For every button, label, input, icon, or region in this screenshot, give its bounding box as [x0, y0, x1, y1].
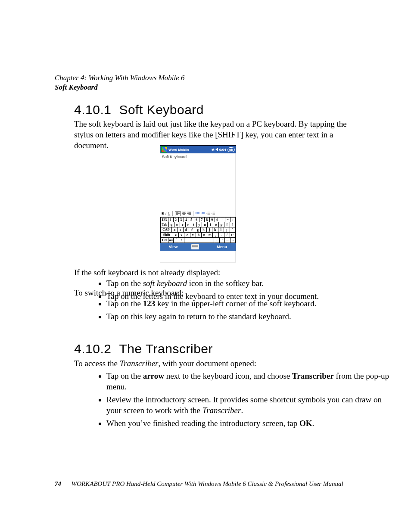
key-o[interactable]: o — [213, 222, 219, 227]
key-,[interactable]: , — [213, 233, 218, 238]
key-Shift[interactable]: Shift — [160, 233, 173, 238]
keyboard-icon[interactable] — [191, 244, 199, 249]
heading-title: The Transcriber — [119, 342, 213, 356]
key-/[interactable]: / — [224, 233, 230, 238]
list-item: When you’ve finished reading the introdu… — [106, 418, 391, 429]
heading-number: 4.10.2 — [74, 342, 111, 356]
key-p[interactable]: p — [219, 222, 224, 227]
key-y[interactable]: y — [197, 222, 202, 227]
heading-title: Soft Keyboard — [119, 103, 204, 117]
svg-text:2: 2 — [201, 212, 202, 214]
align-left-icon[interactable] — [175, 211, 181, 216]
section1-bullets-b: Tap on the 123 key in the upper-left cor… — [74, 298, 391, 324]
key-8[interactable]: 8 — [205, 217, 210, 222]
kbd-row-3: CAPasdfghjkl;' — [160, 227, 236, 233]
key-i[interactable]: i — [208, 222, 213, 227]
key-0[interactable]: 0 — [215, 217, 220, 222]
key-Tab[interactable]: Tab — [160, 222, 169, 227]
document-area[interactable] — [160, 160, 236, 210]
key-Ctl[interactable]: Ctl — [160, 238, 168, 243]
key--[interactable]: - — [220, 217, 225, 222]
heading-soft-keyboard: 4.10.1Soft Keyboard — [74, 103, 204, 117]
numbering-icon[interactable]: 12 — [201, 212, 205, 216]
key-n[interactable]: n — [202, 233, 207, 238]
softkey-view[interactable]: View — [169, 245, 177, 249]
indent-icon[interactable] — [211, 212, 215, 216]
key-123[interactable]: 123 — [160, 217, 168, 222]
align-right-icon[interactable] — [187, 212, 191, 216]
softkey-menu[interactable]: Menu — [217, 245, 227, 249]
softkey-bar: View Menu — [160, 243, 236, 251]
key-b[interactable]: b — [196, 233, 202, 238]
soft-keyboard[interactable]: 1231234567890-=← Tabqwertyuiop[] CAPasdf… — [160, 217, 236, 243]
key-z[interactable]: z — [173, 233, 179, 238]
key-↓[interactable]: ↓ — [214, 238, 219, 243]
align-center-icon[interactable] — [182, 212, 186, 216]
page: Chapter 4: Working With Windows Mobile 6… — [0, 0, 411, 532]
section-line: Soft Keyboard — [55, 83, 185, 92]
key-h[interactable]: h — [201, 227, 206, 233]
key-9[interactable]: 9 — [210, 217, 215, 222]
key-g[interactable]: g — [195, 227, 201, 233]
svg-point-0 — [196, 212, 196, 213]
volume-icon[interactable] — [215, 148, 218, 151]
key-q[interactable]: q — [169, 222, 174, 227]
key-1[interactable]: 1 — [168, 217, 174, 222]
key-4[interactable]: 4 — [184, 217, 189, 222]
key-space[interactable] — [184, 238, 214, 243]
svg-point-1 — [196, 213, 196, 214]
key-r[interactable]: r — [186, 222, 191, 227]
key-e[interactable]: e — [180, 222, 186, 227]
key-][interactable]: ] — [230, 222, 236, 227]
kbd-row-1: 1231234567890-=← — [160, 217, 236, 222]
key-j[interactable]: j — [207, 227, 212, 233]
key-s[interactable]: s — [177, 227, 183, 233]
key-←[interactable]: ← — [225, 238, 230, 243]
connectivity-icon[interactable]: ⇄ — [212, 148, 214, 152]
key-l[interactable]: l — [218, 227, 224, 233]
underline-button[interactable]: U — [168, 212, 170, 215]
format-toolbar: B I U 1 — [160, 210, 236, 217]
key-CAP[interactable]: CAP — [160, 227, 172, 233]
key-áü[interactable]: áü — [168, 238, 174, 243]
key-.[interactable]: . — [219, 233, 224, 238]
list-item: Tap on the 123 key in the upper-left cor… — [106, 298, 391, 309]
start-icon[interactable] — [161, 146, 167, 152]
key-↑[interactable]: ↑ — [220, 238, 225, 243]
key-`[interactable]: ` — [174, 238, 179, 243]
key-f[interactable]: f — [189, 227, 195, 233]
bullets-icon[interactable] — [196, 212, 199, 216]
key-w[interactable]: w — [174, 222, 180, 227]
bold-button[interactable]: B — [162, 212, 164, 215]
key-t[interactable]: t — [191, 222, 197, 227]
key-x[interactable]: x — [179, 233, 184, 238]
key-'[interactable]: ' — [230, 227, 236, 233]
list-item: Tap on the arrow next to the keyboard ic… — [106, 370, 391, 392]
key-c[interactable]: c — [184, 233, 190, 238]
section2-intro: To access the Transcriber, with your doc… — [74, 358, 358, 369]
key-←[interactable]: ← — [230, 217, 236, 222]
key-=[interactable]: = — [225, 217, 230, 222]
key-m[interactable]: m — [207, 233, 213, 238]
outdent-icon[interactable] — [206, 212, 210, 216]
key-k[interactable]: k — [212, 227, 218, 233]
key-→[interactable]: → — [230, 238, 236, 243]
key-↵[interactable]: ↵ — [230, 233, 236, 238]
key-[[interactable]: [ — [224, 222, 230, 227]
page-number: 74 — [55, 480, 61, 487]
ok-button[interactable]: ok — [227, 147, 235, 152]
key-u[interactable]: u — [202, 222, 208, 227]
key-v[interactable]: v — [190, 233, 196, 238]
key-6[interactable]: 6 — [194, 217, 199, 222]
key-5[interactable]: 5 — [189, 217, 194, 222]
key-3[interactable]: 3 — [179, 217, 184, 222]
key-2[interactable]: 2 — [174, 217, 179, 222]
key-\[interactable]: \ — [179, 238, 184, 243]
key-a[interactable]: a — [172, 227, 177, 233]
key-7[interactable]: 7 — [199, 217, 205, 222]
italic-button[interactable]: I — [165, 212, 167, 215]
key-;[interactable]: ; — [224, 227, 230, 233]
heading-transcriber: 4.10.2The Transcriber — [74, 342, 213, 356]
key-d[interactable]: d — [184, 227, 189, 233]
document-text: Soft Keyboard — [160, 153, 236, 160]
